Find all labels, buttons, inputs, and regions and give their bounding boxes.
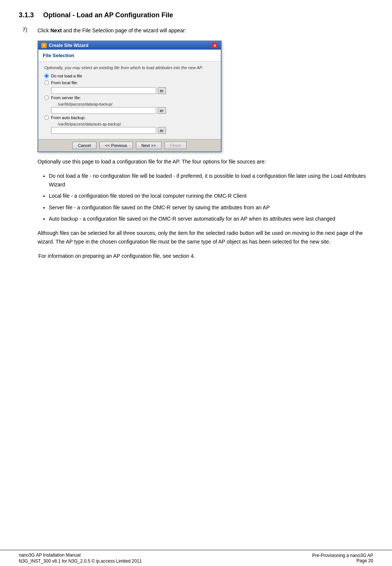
page-container: 3.1.3 Optional - Load an AP Configuratio… <box>0 0 392 566</box>
radio-option-2: From local file: <box>44 80 215 85</box>
wizard-titlebar-left: ✦ Create Site Wizard <box>41 43 88 48</box>
finish-button[interactable]: Finish <box>164 142 187 149</box>
page-footer: nano3G AP Installation Manual N3G_INST_3… <box>0 550 392 566</box>
footer-left: nano3G AP Installation Manual N3G_INST_3… <box>19 552 142 564</box>
step-text: Click Next and the File Selection page o… <box>38 27 186 35</box>
step-number: 7) <box>23 27 38 35</box>
list-item-2: Local file - a configuration file stored… <box>49 192 373 200</box>
section-title: Optional - Load an AP Configuration File <box>43 11 173 19</box>
cancel-button[interactable]: Cancel <box>72 142 96 149</box>
radio-local-file[interactable] <box>44 80 49 85</box>
server-path-text: /var/lib/ipaccess/data/ap-backup/ <box>44 102 215 106</box>
radio-label-2: From local file: <box>51 80 78 85</box>
content-area: 3.1.3 Optional - Load an AP Configuratio… <box>0 0 392 550</box>
step-rest: and the File Selection page of the wizar… <box>63 27 186 33</box>
server-file-row: 🗁 <box>44 107 215 114</box>
radio-option-4: From auto backup: <box>44 115 215 120</box>
next-button[interactable]: Next >> <box>136 142 162 149</box>
footer-page: Page 20 <box>312 558 373 563</box>
wizard-titlebar: ✦ Create Site Wizard ✕ <box>38 41 221 50</box>
auto-file-browse-button[interactable]: 🗁 <box>158 127 166 134</box>
wizard-close-button[interactable]: ✕ <box>212 43 218 48</box>
section-heading: 3.1.3 Optional - Load an AP Configuratio… <box>19 11 373 19</box>
radio-auto-backup[interactable] <box>44 115 49 120</box>
radio-do-not-load[interactable] <box>44 74 49 78</box>
wizard-panel-header: File Selection <box>38 50 221 62</box>
server-file-input[interactable] <box>51 107 156 114</box>
wizard-content: Optionally, you may select an existing f… <box>38 62 221 139</box>
wizard-info-text: Optionally, you may select an existing f… <box>44 65 215 70</box>
footer-right: Pre-Provisioning a nano3G AP Page 20 <box>312 553 373 563</box>
auto-file-row: 🗁 <box>44 127 215 134</box>
intro-paragraph: Optionally use this page to load a confi… <box>19 157 373 166</box>
radio-option-3: From server file: <box>44 95 215 100</box>
previous-button[interactable]: << Previous <box>100 142 133 149</box>
wizard-body: Optionally, you may select an existing f… <box>38 62 221 151</box>
auto-file-input[interactable] <box>51 127 156 134</box>
wizard-dialog: ✦ Create Site Wizard ✕ File Selection Op… <box>38 41 222 152</box>
radio-label-4: From auto backup: <box>51 115 86 120</box>
note-paragraph-2: For information on preparing an AP confi… <box>19 252 373 260</box>
auto-path-text: /var/lib/ipaccess/data/auto-ap-backup/ <box>44 122 215 126</box>
footer-doc-title: nano3G AP Installation Manual <box>19 552 142 558</box>
radio-label-3: From server file: <box>51 95 81 100</box>
step-bold: Next <box>50 27 62 33</box>
step-item-7: 7) Click Next and the File Selection pag… <box>19 27 373 35</box>
list-item-1: Do not load a file - no configuration fi… <box>49 172 373 189</box>
list-item-4: Auto backup - a configuration file saved… <box>49 215 373 223</box>
local-file-browse-button[interactable]: 🗁 <box>158 87 166 94</box>
radio-label-1: Do not load a file <box>51 74 82 78</box>
local-file-row: 🗁 <box>44 87 215 94</box>
radio-server-file[interactable] <box>44 95 49 100</box>
section-number: 3.1.3 <box>19 11 34 19</box>
wizard-title-text: Create Site Wizard <box>49 43 88 48</box>
local-file-input[interactable] <box>51 87 156 94</box>
radio-option-1: Do not load a file <box>44 74 215 78</box>
wizard-title-icon: ✦ <box>41 43 47 48</box>
bullet-list: Do not load a file - no configuration fi… <box>19 172 373 223</box>
footer-section-title: Pre-Provisioning a nano3G AP <box>312 553 373 558</box>
footer-doc-version: N3G_INST_300 v8.1 for N3G_2.0.5 © ip.acc… <box>19 558 142 564</box>
note-paragraph-1: Although files can be selected for all t… <box>19 229 373 246</box>
server-file-browse-button[interactable]: 🗁 <box>158 107 166 114</box>
wizard-panel-header-text: File Selection <box>43 53 74 58</box>
list-item-3: Server file - a configuration file saved… <box>49 203 373 212</box>
wizard-footer: Cancel << Previous Next >> Finish <box>38 139 221 151</box>
